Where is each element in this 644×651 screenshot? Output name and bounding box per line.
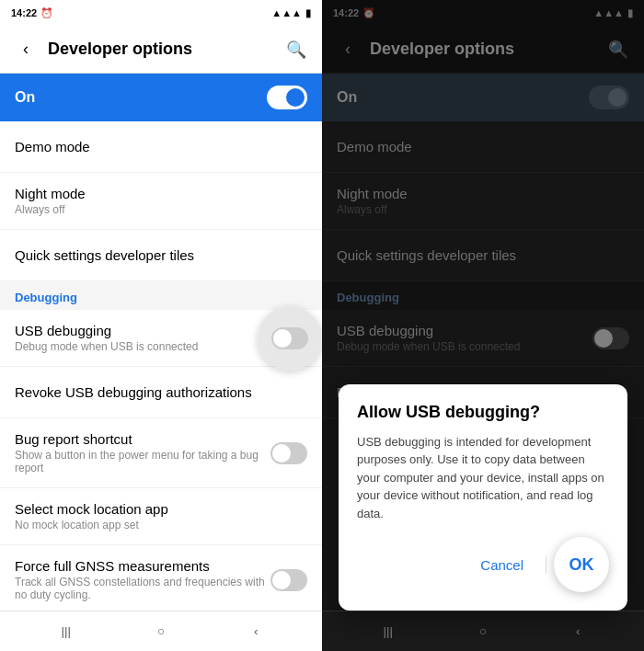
left-content: On Demo mode Night mode Always off Quick… bbox=[0, 74, 322, 611]
left-mock-location-item[interactable]: Select mock location app No mock locatio… bbox=[0, 488, 322, 545]
right-nav-back[interactable]: ‹ bbox=[558, 617, 598, 646]
left-page-title: Developer options bbox=[48, 40, 274, 59]
left-demo-mode-item[interactable]: Demo mode bbox=[0, 121, 322, 173]
right-nav-bar: ||| ○ ‹ bbox=[322, 611, 644, 651]
left-revoke-usb-title: Revoke USB debugging authorizations bbox=[15, 384, 307, 400]
left-night-mode-subtitle: Always off bbox=[15, 203, 307, 216]
right-nav-home[interactable]: ○ bbox=[463, 617, 503, 646]
left-force-gnss-title: Force full GNSS measurements bbox=[15, 558, 270, 574]
dialog-buttons: Cancel OK bbox=[357, 537, 609, 592]
left-status-bar: 14:22 ⏰ ▲▲▲ ▮ bbox=[0, 0, 322, 26]
dialog-ok-label: OK bbox=[569, 555, 594, 575]
left-toggle-circle bbox=[258, 306, 322, 371]
left-nav-bar: ||| ○ ‹ bbox=[0, 611, 322, 651]
left-night-mode-item[interactable]: Night mode Always off bbox=[0, 173, 322, 230]
left-time: 14:22 bbox=[11, 7, 37, 18]
left-main-toggle[interactable] bbox=[267, 86, 307, 109]
left-nav-menu[interactable]: ||| bbox=[46, 617, 86, 646]
left-alarm-icon: ⏰ bbox=[40, 7, 53, 19]
dialog-ok-button[interactable]: OK bbox=[554, 537, 609, 592]
left-gnss-toggle[interactable] bbox=[270, 569, 307, 591]
left-quick-settings-item[interactable]: Quick settings developer tiles bbox=[0, 230, 322, 281]
left-demo-mode-title: Demo mode bbox=[15, 139, 307, 154]
left-search-button[interactable]: 🔍 bbox=[282, 35, 311, 64]
left-wifi-icon: ▲▲▲ bbox=[271, 7, 302, 18]
left-usb-debugging-item[interactable]: USB debugging Debug mode when USB is con… bbox=[0, 310, 322, 367]
left-nav-home[interactable]: ○ bbox=[141, 617, 181, 646]
left-force-gnss-item[interactable]: Force full GNSS measurements Track all G… bbox=[0, 545, 322, 611]
left-quick-settings-title: Quick settings developer tiles bbox=[15, 247, 307, 263]
dialog-title: Allow USB debugging? bbox=[357, 403, 609, 422]
dialog-message: USB debugging is intended for developmen… bbox=[357, 433, 609, 523]
right-dialog: Allow USB debugging? USB debugging is in… bbox=[339, 384, 627, 611]
right-phone-panel: 14:22 ⏰ ▲▲▲ ▮ ‹ Developer options 🔍 On D… bbox=[322, 0, 644, 651]
left-night-mode-title: Night mode bbox=[15, 186, 307, 201]
left-revoke-usb-item[interactable]: Revoke USB debugging authorizations bbox=[0, 367, 322, 418]
left-app-bar: ‹ Developer options 🔍 bbox=[0, 26, 322, 74]
left-usb-toggle[interactable] bbox=[271, 327, 308, 349]
left-phone-panel: 14:22 ⏰ ▲▲▲ ▮ ‹ Developer options 🔍 On D… bbox=[0, 0, 322, 651]
right-nav-menu[interactable]: ||| bbox=[368, 617, 408, 646]
left-bug-report-title: Bug report shortcut bbox=[15, 431, 270, 447]
left-bug-report-toggle[interactable] bbox=[270, 442, 307, 464]
left-bug-report-item[interactable]: Bug report shortcut Show a button in the… bbox=[0, 418, 322, 488]
left-battery-icon: ▮ bbox=[305, 7, 311, 19]
left-mock-location-title: Select mock location app bbox=[15, 501, 307, 517]
dialog-cancel-button[interactable]: Cancel bbox=[466, 550, 538, 580]
left-force-gnss-subtitle: Track all GNSS constellations and freque… bbox=[15, 576, 270, 601]
left-on-row: On bbox=[0, 74, 322, 121]
left-on-label: On bbox=[15, 89, 35, 106]
left-bug-report-subtitle: Show a button in the power menu for taki… bbox=[15, 449, 270, 474]
left-debugging-header: Debugging bbox=[0, 281, 322, 310]
left-back-button[interactable]: ‹ bbox=[11, 35, 40, 64]
left-nav-back[interactable]: ‹ bbox=[236, 617, 276, 646]
left-mock-location-subtitle: No mock location app set bbox=[15, 519, 307, 531]
